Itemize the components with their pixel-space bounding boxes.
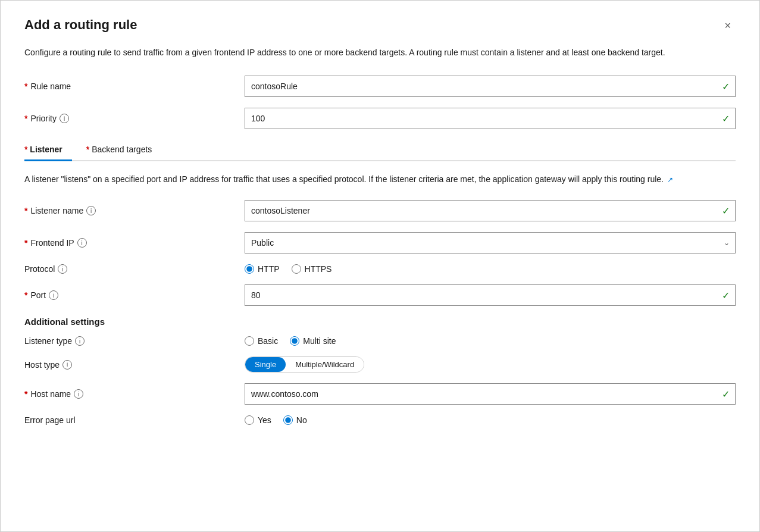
rule-name-row: * Rule name ✓ [24, 76, 736, 97]
port-label-text: Port [30, 290, 46, 300]
priority-label: * Priority i [24, 114, 245, 123]
protocol-https-label: HTTPS [305, 264, 332, 274]
listener-name-info-icon[interactable]: i [86, 206, 96, 215]
port-input[interactable] [245, 284, 736, 306]
protocol-radio-group: HTTP HTTPS [245, 264, 736, 274]
listener-name-label: * Listener name i [24, 206, 245, 215]
protocol-control: HTTP HTTPS [245, 264, 736, 274]
tabs-container: * Listener * Backend targets [24, 140, 736, 161]
rule-name-input[interactable] [245, 76, 736, 97]
listener-type-row: Listener type i Basic Multi site [24, 336, 736, 346]
error-page-url-control: Yes No [245, 415, 736, 425]
host-name-info-icon[interactable]: i [74, 389, 83, 399]
listener-description: A listener "listens" on a specified port… [24, 173, 679, 186]
error-page-yes-radio[interactable] [245, 415, 254, 425]
listener-name-control: ✓ [245, 200, 736, 221]
error-page-no-option[interactable]: No [283, 415, 307, 425]
protocol-label: Protocol i [24, 264, 245, 274]
rule-name-input-wrapper: ✓ [245, 76, 736, 97]
host-name-input[interactable] [245, 383, 736, 405]
error-page-no-radio[interactable] [283, 415, 293, 425]
host-type-multiple-button[interactable]: Multiple/Wildcard [286, 357, 364, 372]
host-type-info-icon[interactable]: i [62, 360, 72, 370]
host-type-single-button[interactable]: Single [245, 357, 286, 372]
listener-type-basic-option[interactable]: Basic [245, 336, 278, 346]
listener-type-multisite-option[interactable]: Multi site [290, 336, 336, 346]
add-routing-rule-dialog: Add a routing rule × Configure a routing… [0, 0, 760, 532]
host-name-label: * Host name i [24, 389, 245, 399]
priority-required-marker: * [24, 114, 27, 123]
host-type-toggle-group: Single Multiple/Wildcard [245, 356, 364, 373]
listener-type-control: Basic Multi site [245, 336, 736, 346]
port-label: * Port i [24, 290, 245, 300]
port-input-wrapper: ✓ [245, 284, 736, 306]
port-check-icon: ✓ [722, 290, 730, 301]
host-name-required: * [24, 389, 27, 399]
host-type-control: Single Multiple/Wildcard [245, 356, 736, 373]
listener-name-row: * Listener name i ✓ [24, 200, 736, 221]
additional-settings-title: Additional settings [24, 317, 736, 327]
protocol-label-text: Protocol [24, 264, 55, 274]
error-page-no-label: No [296, 415, 307, 425]
host-name-label-text: Host name [30, 389, 71, 399]
dialog-description: Configure a routing rule to send traffic… [24, 46, 679, 59]
protocol-row: Protocol i HTTP HTTPS [24, 264, 736, 274]
host-name-check-icon: ✓ [722, 389, 730, 400]
protocol-info-icon[interactable]: i [58, 264, 67, 274]
rule-name-label: * Rule name [24, 82, 245, 91]
dialog-title: Add a routing rule [24, 17, 137, 33]
external-link-icon[interactable]: ↗ [667, 174, 673, 185]
tab-backend-targets[interactable]: * Backend targets [86, 140, 162, 160]
frontend-ip-info-icon[interactable]: i [77, 238, 87, 248]
listener-type-label: Listener type i [24, 336, 245, 346]
frontend-ip-control: Public Private ⌄ [245, 232, 736, 254]
listener-type-multisite-label: Multi site [303, 336, 336, 346]
priority-check-icon: ✓ [722, 113, 730, 124]
listener-type-multisite-radio[interactable] [290, 336, 299, 346]
error-page-yes-option[interactable]: Yes [245, 415, 271, 425]
close-button[interactable]: × [720, 17, 736, 35]
frontend-ip-select[interactable]: Public Private [245, 232, 736, 254]
rule-name-check-icon: ✓ [722, 81, 730, 92]
frontend-ip-required: * [24, 238, 27, 248]
host-type-row: Host type i Single Multiple/Wildcard [24, 356, 736, 373]
listener-name-check-icon: ✓ [722, 205, 730, 217]
error-page-url-row: Error page url Yes No [24, 415, 736, 425]
listener-type-label-text: Listener type [24, 336, 72, 346]
protocol-http-radio[interactable] [245, 264, 254, 274]
listener-name-label-text: Listener name [30, 206, 83, 215]
frontend-ip-label: * Frontend IP i [24, 238, 245, 248]
backend-tab-required: * [86, 145, 92, 154]
protocol-https-radio[interactable] [292, 264, 301, 274]
listener-name-input[interactable] [245, 200, 736, 221]
rule-name-label-text: Rule name [30, 82, 71, 91]
priority-info-icon[interactable]: i [60, 114, 69, 123]
error-page-url-label-text: Error page url [24, 415, 76, 425]
listener-type-radio-group: Basic Multi site [245, 336, 736, 346]
protocol-http-label: HTTP [258, 264, 280, 274]
frontend-ip-row: * Frontend IP i Public Private ⌄ [24, 232, 736, 254]
priority-row: * Priority i ✓ [24, 108, 736, 129]
listener-description-text: A listener "listens" on a specified port… [24, 174, 664, 184]
host-name-control: ✓ [245, 383, 736, 405]
port-row: * Port i ✓ [24, 284, 736, 306]
port-info-icon[interactable]: i [49, 290, 58, 300]
listener-tab-label: Listener [30, 145, 62, 154]
dialog-header: Add a routing rule × [24, 17, 736, 35]
listener-type-basic-radio[interactable] [245, 336, 254, 346]
priority-control: ✓ [245, 108, 736, 129]
listener-name-input-wrapper: ✓ [245, 200, 736, 221]
protocol-https-option[interactable]: HTTPS [292, 264, 332, 274]
rule-name-required-marker: * [24, 82, 27, 91]
priority-input[interactable] [245, 108, 736, 129]
host-name-input-wrapper: ✓ [245, 383, 736, 405]
error-page-url-label: Error page url [24, 415, 245, 425]
error-page-url-radio-group: Yes No [245, 415, 736, 425]
port-control: ✓ [245, 284, 736, 306]
priority-input-wrapper: ✓ [245, 108, 736, 129]
tab-listener[interactable]: * Listener [24, 140, 72, 160]
listener-type-info-icon[interactable]: i [75, 336, 85, 346]
protocol-http-option[interactable]: HTTP [245, 264, 280, 274]
tabs: * Listener * Backend targets [24, 140, 736, 160]
rule-name-control: ✓ [245, 76, 736, 97]
